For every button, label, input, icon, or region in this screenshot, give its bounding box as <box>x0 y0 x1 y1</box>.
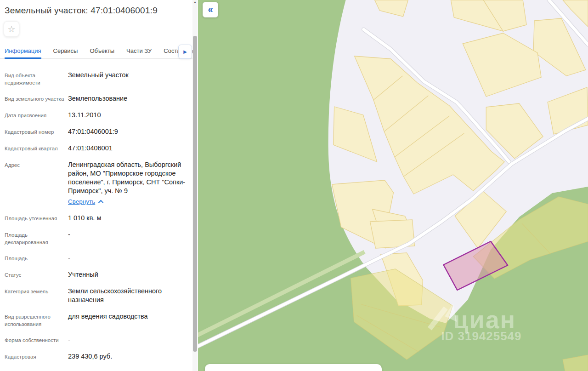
field-row: Вид земельного участка Землепользование <box>5 94 188 103</box>
address-value: Ленинградская область, Выборгский район,… <box>68 161 185 194</box>
double-chevron-left-icon: « <box>208 5 213 14</box>
tab-composition[interactable]: Соста <box>164 45 179 58</box>
page-title: Земельный участок: 47:01:0406001:9 <box>5 5 193 17</box>
map-canvas[interactable]: циан ID 319425549 « <box>198 0 588 371</box>
tab-information[interactable]: Информация <box>5 45 41 58</box>
map-bottom-bar[interactable] <box>205 364 382 371</box>
field-row-address: Адрес Ленинградская область, Выборгский … <box>5 160 188 206</box>
field-row: Кадастровая 239 430,6 руб. <box>5 352 188 361</box>
field-row: Форма собственности - <box>5 336 188 344</box>
field-row: Кадастровый номер 47:01:0406001:9 <box>5 127 188 136</box>
scroll-up-icon[interactable]: ▲ <box>192 0 198 4</box>
field-row: Вид объекта недвижимости Земельный участ… <box>5 71 188 86</box>
attributes-list: Вид объекта недвижимости Земельный участ… <box>0 59 192 371</box>
panel-scrollbar[interactable]: ▲ <box>192 0 198 371</box>
field-row: Категория земель Земли сельскохозяйствен… <box>5 287 188 304</box>
star-icon: ☆ <box>7 25 15 34</box>
tab-objects[interactable]: Объекты <box>90 45 114 58</box>
object-info-panel: Земельный участок: 47:01:0406001:9 ☆ Инф… <box>0 0 198 371</box>
field-row: Площадь - <box>5 254 188 263</box>
scrollbar-thumb[interactable] <box>193 36 197 352</box>
chevron-right-icon: ▶ <box>183 49 187 54</box>
cadastral-map[interactable]: циан ID 319425549 <box>198 0 588 371</box>
tab-bar: Информация Сервисы Объекты Части ЗУ Сост… <box>0 45 192 59</box>
field-row: Площадь уточненная 1 010 кв. м <box>5 214 188 223</box>
field-row: Дата присвоения 13.11.2010 <box>5 111 188 120</box>
field-row: Площадь декларированная - <box>5 230 188 246</box>
field-row: Вид разрешенного использования для веден… <box>5 312 188 328</box>
collapse-address-link[interactable]: Свернуть <box>68 197 95 206</box>
favorite-button[interactable]: ☆ <box>4 21 19 37</box>
tab-services[interactable]: Сервисы <box>53 45 78 58</box>
tab-parcel-parts[interactable]: Части ЗУ <box>126 45 152 58</box>
field-row: Статус Учтенный <box>5 270 188 279</box>
chevron-up-icon[interactable] <box>98 200 103 205</box>
watermark-id: ID 319425549 <box>441 329 521 343</box>
field-row: Кадастровый квартал 47:01:0406001 <box>5 144 188 153</box>
tab-scroll-right-button[interactable]: ▶ <box>178 45 192 59</box>
collapse-panel-button[interactable]: « <box>203 2 218 17</box>
